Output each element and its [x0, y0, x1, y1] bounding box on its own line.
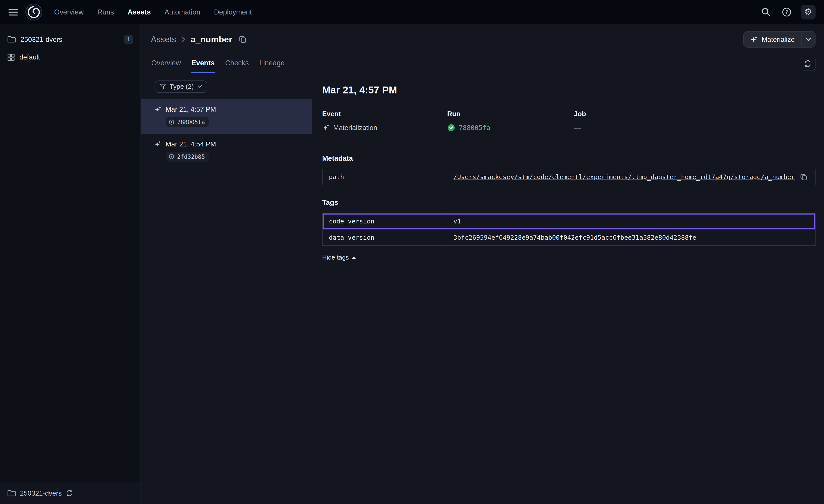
folder-icon	[7, 490, 16, 497]
materialize-label: Materialize	[762, 35, 795, 43]
search-icon[interactable]	[759, 5, 773, 19]
asset-group-icon	[7, 54, 15, 61]
nav-item-overview[interactable]: Overview	[54, 8, 84, 16]
event-detail-panel: Mar 21, 4:57 PM Event Materialization	[312, 73, 824, 504]
hide-tags-label: Hide tags	[322, 254, 349, 261]
svg-text:?: ?	[786, 9, 788, 15]
app-root: Overview Runs Assets Automation Deployme…	[0, 0, 824, 504]
run-id-chip[interactable]: 2fd32b85	[166, 152, 209, 162]
tag-key: code_version	[323, 214, 447, 229]
run-column-label: Run	[447, 110, 574, 118]
filter-row: Type (2)	[141, 73, 312, 99]
copy-path-icon[interactable]	[800, 174, 807, 180]
run-status-icon	[169, 154, 175, 160]
breadcrumb-assets-link[interactable]: Assets	[151, 35, 176, 44]
filter-label: Type (2)	[170, 83, 194, 90]
page-title: a_number	[191, 35, 232, 44]
help-icon[interactable]: ?	[780, 5, 794, 19]
tab-checks[interactable]: Checks	[225, 54, 249, 73]
asset-groups-sidebar: 250321-dvers 1 default 250321-dvers	[0, 24, 141, 504]
metadata-path-link[interactable]: /Users/smackesey/stm/code/elementl/exper…	[453, 173, 795, 180]
sidebar-item-label: default	[19, 53, 40, 61]
sidebar-item-default[interactable]: default	[0, 48, 140, 66]
nav-item-assets[interactable]: Assets	[127, 8, 151, 16]
breadcrumb: Assets a_number	[151, 33, 248, 45]
chevron-right-icon	[181, 36, 186, 42]
sidebar-item-250321-dvers[interactable]: 250321-dvers 1	[0, 30, 140, 48]
event-timestamp: Mar 21, 4:54 PM	[166, 140, 216, 148]
dagster-logo-icon[interactable]	[25, 3, 42, 21]
materialization-icon	[154, 140, 161, 148]
page-header: Assets a_number Materialize	[141, 24, 824, 55]
event-type-filter-button[interactable]: Type (2)	[154, 81, 207, 93]
event-type-value: Materialization	[333, 124, 377, 132]
materialize-dropdown-button[interactable]	[801, 31, 815, 47]
tags-table: code_version v1 data_version 3bfc269594e…	[322, 213, 816, 246]
hamburger-menu-icon[interactable]	[6, 6, 20, 18]
run-id-label: 788005fa	[177, 119, 205, 125]
materialize-button-group: Materialize	[743, 31, 816, 47]
code-location-label: 250321-dvers	[20, 489, 62, 497]
run-id-link[interactable]: 788005fa	[459, 124, 490, 132]
run-id-chip[interactable]: 788005fa	[166, 117, 209, 127]
chevron-down-icon	[197, 85, 202, 88]
sidebar-item-label: 250321-dvers	[21, 35, 62, 43]
run-column: Run 788005fa	[447, 110, 574, 132]
event-column: Event Materialization	[322, 110, 447, 132]
tag-key: data_version	[323, 230, 447, 245]
tag-value: v1	[453, 218, 461, 225]
table-row-code-version: code_version v1	[323, 214, 815, 229]
event-list-item[interactable]: Mar 21, 4:57 PM 788005fa	[141, 99, 312, 134]
caret-up-icon	[352, 256, 356, 259]
metadata-table: path /Users/smackesey/stm/code/elementl/…	[322, 169, 816, 185]
filter-icon	[160, 84, 166, 90]
folder-icon	[7, 36, 16, 43]
materialize-button[interactable]: Materialize	[744, 31, 801, 47]
sidebar-spacer	[0, 66, 140, 482]
metadata-key: path	[323, 169, 447, 185]
job-column: Job —	[574, 110, 816, 132]
event-detail-title: Mar 21, 4:57 PM	[322, 84, 816, 96]
table-row: path /Users/smackesey/stm/code/elementl/…	[323, 169, 815, 185]
nav-item-automation[interactable]: Automation	[165, 8, 200, 16]
asset-count-badge: 1	[124, 35, 133, 44]
materialization-icon	[322, 124, 329, 131]
copy-asset-name-icon[interactable]	[237, 33, 248, 45]
main-panel: Assets a_number Materialize	[141, 24, 824, 504]
nav-item-runs[interactable]: Runs	[97, 8, 114, 16]
refresh-icon[interactable]	[800, 57, 816, 70]
tab-events[interactable]: Events	[191, 54, 215, 73]
hide-tags-link[interactable]: Hide tags	[322, 254, 356, 261]
code-location-footer[interactable]: 250321-dvers	[0, 482, 140, 504]
job-column-label: Job	[574, 110, 816, 118]
event-timestamp: Mar 21, 4:57 PM	[166, 105, 216, 113]
table-row-data-version: data_version 3bfc269594ef649228e9a74bab0…	[323, 229, 815, 245]
metadata-section-title: Metadata	[322, 154, 816, 162]
materialize-sparkle-icon	[750, 36, 757, 43]
job-value: —	[574, 124, 581, 132]
event-list-item[interactable]: Mar 21, 4:54 PM 2fd32b85	[141, 134, 312, 168]
reload-icon[interactable]	[66, 490, 73, 497]
materialization-icon	[154, 106, 161, 113]
nav-item-deployment[interactable]: Deployment	[214, 8, 252, 16]
run-success-check-icon	[447, 124, 455, 132]
run-status-icon	[169, 119, 175, 125]
primary-nav: Overview Runs Assets Automation Deployme…	[54, 8, 252, 16]
tab-lineage[interactable]: Lineage	[259, 54, 285, 73]
section-divider	[322, 143, 816, 143]
top-nav: Overview Runs Assets Automation Deployme…	[0, 0, 824, 24]
topnav-actions: ? ⚙	[759, 5, 816, 19]
asset-tabs: Overview Events Checks Lineage	[141, 54, 824, 73]
event-column-label: Event	[322, 110, 447, 118]
tags-section-title: Tags	[322, 198, 816, 207]
event-list-panel: Type (2) Mar 21, 4:57 PM	[141, 73, 312, 504]
gear-icon[interactable]: ⚙	[801, 5, 816, 19]
run-id-label: 2fd32b85	[177, 153, 205, 160]
event-summary-columns: Event Materialization Run	[322, 110, 816, 132]
tab-overview[interactable]: Overview	[151, 54, 182, 73]
tag-value: 3bfc269594ef649228e9a74bab00f042efc91d5a…	[453, 234, 696, 241]
